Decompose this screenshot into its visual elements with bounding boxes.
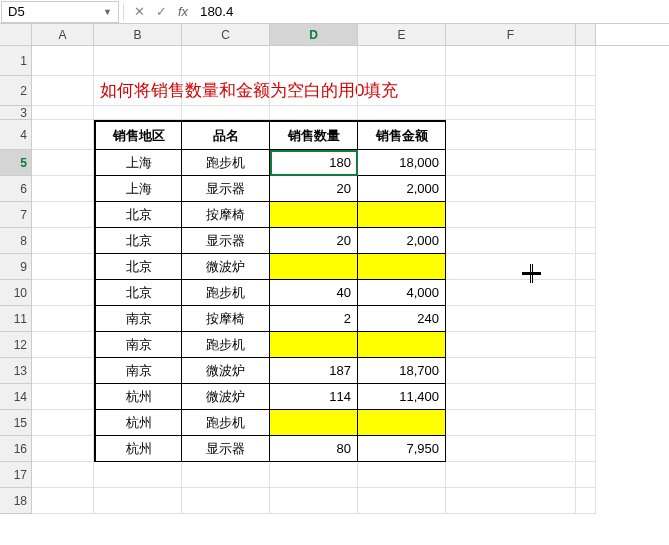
col-header-e[interactable]: E [358,24,446,45]
cell[interactable] [182,46,270,76]
cell[interactable] [576,202,596,228]
region-cell[interactable]: 杭州 [94,384,182,410]
qty-cell[interactable]: 40 [270,280,358,306]
cell[interactable] [32,120,94,150]
cell[interactable] [182,106,270,120]
cell[interactable] [32,462,94,488]
row-header[interactable]: 5 [0,150,32,176]
cell[interactable] [358,46,446,76]
cell[interactable] [576,120,596,150]
cell[interactable] [576,462,596,488]
region-cell[interactable]: 南京 [94,306,182,332]
fx-icon[interactable]: fx [172,1,194,23]
row-header[interactable]: 8 [0,228,32,254]
row-header[interactable]: 7 [0,202,32,228]
region-cell[interactable]: 北京 [94,280,182,306]
cell[interactable] [32,46,94,76]
row-header[interactable]: 4 [0,120,32,150]
cancel-icon[interactable]: ✕ [128,1,150,23]
cell[interactable] [94,488,182,514]
cell[interactable] [32,384,94,410]
row-header[interactable]: 15 [0,410,32,436]
col-header-g[interactable] [576,24,596,45]
cell[interactable] [576,150,596,176]
table-header[interactable]: 销售地区 [94,120,182,150]
cell[interactable] [182,76,270,106]
cell[interactable] [576,176,596,202]
cell[interactable] [446,410,576,436]
product-cell[interactable]: 跑步机 [182,410,270,436]
cell[interactable] [576,106,596,120]
amount-cell[interactable]: 18,700 [358,358,446,384]
cell[interactable] [576,488,596,514]
cell[interactable] [32,228,94,254]
cell[interactable] [32,76,94,106]
qty-cell[interactable] [270,332,358,358]
qty-cell[interactable]: 180 [270,150,358,176]
cell[interactable] [32,332,94,358]
cell[interactable] [576,280,596,306]
amount-cell[interactable]: 11,400 [358,384,446,410]
cell[interactable] [32,106,94,120]
cell[interactable] [358,488,446,514]
cell[interactable] [576,306,596,332]
product-cell[interactable]: 显示器 [182,436,270,462]
qty-cell[interactable]: 187 [270,358,358,384]
cell[interactable] [446,46,576,76]
cell[interactable] [446,332,576,358]
row-header[interactable]: 17 [0,462,32,488]
table-header[interactable]: 销售数量 [270,120,358,150]
cell[interactable] [358,106,446,120]
cell[interactable] [576,410,596,436]
region-cell[interactable]: 北京 [94,254,182,280]
amount-cell[interactable]: 4,000 [358,280,446,306]
chevron-down-icon[interactable]: ▼ [103,7,112,17]
cell[interactable] [446,462,576,488]
amount-cell[interactable] [358,410,446,436]
cell[interactable] [576,228,596,254]
row-header[interactable]: 11 [0,306,32,332]
confirm-icon[interactable]: ✓ [150,1,172,23]
amount-cell[interactable] [358,254,446,280]
cell[interactable] [94,46,182,76]
region-cell[interactable]: 杭州 [94,436,182,462]
qty-cell[interactable] [270,254,358,280]
product-cell[interactable]: 按摩椅 [182,202,270,228]
cell[interactable] [576,76,596,106]
cell[interactable] [32,254,94,280]
cell[interactable] [32,280,94,306]
region-cell[interactable]: 上海 [94,176,182,202]
col-header-a[interactable]: A [32,24,94,45]
cell[interactable] [576,384,596,410]
product-cell[interactable]: 跑步机 [182,150,270,176]
product-cell[interactable]: 微波炉 [182,384,270,410]
cell[interactable] [576,254,596,280]
cell[interactable] [446,106,576,120]
cell[interactable] [32,410,94,436]
cell[interactable] [446,280,576,306]
region-cell[interactable]: 南京 [94,332,182,358]
cell[interactable] [32,306,94,332]
qty-cell[interactable]: 2 [270,306,358,332]
col-header-d[interactable]: D [270,24,358,45]
row-header[interactable]: 13 [0,358,32,384]
product-cell[interactable]: 显示器 [182,228,270,254]
cell[interactable] [446,176,576,202]
cell[interactable] [32,488,94,514]
table-header[interactable]: 销售金额 [358,120,446,150]
row-header[interactable]: 12 [0,332,32,358]
product-cell[interactable]: 显示器 [182,176,270,202]
name-box[interactable]: D5 ▼ [1,1,119,23]
cell[interactable] [446,306,576,332]
cell[interactable] [94,106,182,120]
formula-input[interactable] [194,1,669,23]
cell[interactable] [270,76,358,106]
qty-cell[interactable]: 114 [270,384,358,410]
cell[interactable] [446,150,576,176]
cell[interactable] [32,358,94,384]
row-header[interactable]: 10 [0,280,32,306]
cell[interactable] [446,436,576,462]
row-header[interactable]: 2 [0,76,32,106]
cell[interactable] [446,358,576,384]
region-cell[interactable]: 南京 [94,358,182,384]
